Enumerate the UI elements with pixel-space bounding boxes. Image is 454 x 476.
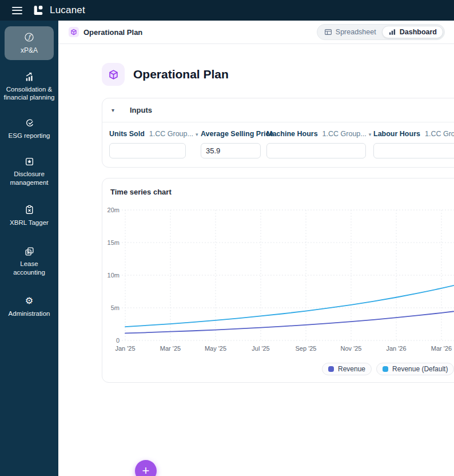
- sidebar-item-xpa[interactable]: ƒ xP&A: [5, 26, 54, 60]
- star-document-icon: [24, 156, 34, 166]
- x-tick-label: May '25: [205, 345, 226, 352]
- sidebar-item-label: Lease accounting: [3, 260, 55, 276]
- app-name: Lucanet: [50, 5, 85, 16]
- dashboard-toggle[interactable]: Dashboard: [382, 26, 443, 38]
- sidebar-item-consolidation[interactable]: Consolidation & financial planning: [2, 68, 56, 105]
- y-tick-label: 15m: [107, 239, 120, 246]
- spreadsheet-icon: [324, 28, 332, 36]
- bar-chart-arrow-icon: [24, 72, 34, 82]
- field-units-sold: Units Sold 1.CC Group...▾: [109, 130, 186, 158]
- x-tick-label: Mar '25: [160, 345, 181, 352]
- revenue-swatch: [328, 366, 334, 372]
- cube-icon: [69, 27, 79, 37]
- chevron-down-icon: ▾: [369, 132, 372, 137]
- field-labour-hours: Labour Hours 1.CC Group.: [373, 130, 454, 158]
- group-selector-dropdown[interactable]: 1.CC Group...▾: [322, 130, 372, 138]
- revenue-default-swatch: [383, 366, 388, 372]
- breadcrumb-bar: Operational Plan Spreadsheet Dashboard: [58, 21, 454, 44]
- spreadsheet-toggle[interactable]: Spreadsheet: [318, 26, 382, 38]
- series-line-1: [125, 283, 454, 327]
- chart-title: Time series chart: [102, 178, 454, 196]
- function-icon: ƒ: [24, 32, 34, 42]
- x-tick-label: Jan '25: [115, 345, 135, 352]
- group-selector-dropdown[interactable]: 1.CC Group.: [425, 130, 454, 138]
- gear-icon: ⚙: [24, 296, 34, 306]
- collapse-caret-icon[interactable]: ▾: [111, 107, 120, 113]
- series-line-0: [125, 310, 454, 333]
- inputs-panel-title: Inputs: [130, 106, 152, 114]
- field-machine-hours: Machine Hours 1.CC Group...▾: [266, 130, 366, 158]
- sidebar-item-label: ESG reporting: [9, 132, 50, 140]
- lease-calendar-icon: [24, 246, 34, 256]
- toggle-label: Dashboard: [400, 28, 437, 36]
- sidebar-item-administration[interactable]: ⚙ Administration: [2, 292, 56, 321]
- x-tick-label: Nov '25: [341, 345, 362, 352]
- toggle-label: Spreadsheet: [336, 28, 376, 36]
- y-tick-label: 20m: [107, 207, 120, 213]
- page-content: Operational Plan ▾ Inputs Units Sold 1.C…: [58, 63, 454, 383]
- field-label: Average Selling Price: [201, 130, 273, 138]
- time-series-chart: 05m10m15m20mJan '25Mar '25May '25Jul '25…: [102, 199, 454, 359]
- chart-panel: Time series chart 05m10m15m20mJan '25Mar…: [102, 178, 454, 383]
- units-sold-input[interactable]: [109, 143, 186, 158]
- group-selector-dropdown[interactable]: 1.CC Group...▾: [149, 130, 198, 138]
- add-button[interactable]: +: [135, 460, 157, 476]
- page-title: Operational Plan: [133, 68, 229, 81]
- x-tick-label: Jan '26: [386, 345, 406, 352]
- inputs-panel: ▾ Inputs Units Sold 1.CC Group...▾ Avera…: [102, 98, 454, 168]
- x-tick-label: Jul '25: [252, 345, 269, 352]
- sidebar-item-label: Administration: [9, 310, 50, 318]
- page-header: Operational Plan: [102, 63, 454, 86]
- field-label: Machine Hours: [266, 130, 318, 138]
- field-label: Labour Hours: [373, 130, 420, 138]
- legend-label: Revenue (Default): [392, 365, 448, 373]
- x-tick-label: Mar '26: [431, 345, 452, 352]
- legend-item-revenue-default[interactable]: Revenue (Default): [376, 363, 454, 375]
- chart-legend: Revenue Revenue (Default): [322, 363, 454, 375]
- sidebar-item-xbrl[interactable]: XBRL Tagger: [2, 201, 56, 230]
- legend-label: Revenue: [338, 365, 365, 373]
- sidebar-item-label: xP&A: [21, 46, 38, 55]
- inputs-panel-header: ▾ Inputs: [102, 98, 454, 122]
- machine-hours-input[interactable]: [266, 143, 366, 158]
- hamburger-menu-icon[interactable]: [12, 7, 22, 14]
- top-bar: Lucanet: [0, 0, 454, 21]
- y-tick-label: 10m: [107, 272, 120, 279]
- sidebar-item-esg[interactable]: ESG reporting: [2, 114, 56, 143]
- breadcrumb-label: Operational Plan: [83, 28, 142, 37]
- sidebar-item-lease[interactable]: Lease accounting: [2, 243, 56, 280]
- x-tick-label: Sep '25: [296, 345, 317, 352]
- lucanet-logo-icon: [32, 4, 45, 17]
- labour-hours-input[interactable]: [373, 143, 454, 158]
- svg-text:ƒ: ƒ: [27, 34, 32, 40]
- dashboard-icon: [388, 28, 396, 36]
- sidebar-item-label: Disclosure management: [3, 170, 55, 187]
- average-selling-price-input[interactable]: [201, 143, 261, 158]
- sidebar: ƒ xP&A Consolidation & financial plannin…: [0, 21, 58, 476]
- inputs-fields-row: Units Sold 1.CC Group...▾ Average Sellin…: [102, 122, 454, 167]
- field-average-selling-price: Average Selling Price: [201, 130, 261, 158]
- sidebar-item-label: XBRL Tagger: [10, 219, 49, 227]
- sidebar-item-label: Consolidation & financial planning: [3, 85, 55, 102]
- field-label: Units Sold: [109, 130, 145, 138]
- cube-icon: [102, 63, 125, 86]
- y-tick-label: 0: [116, 337, 120, 344]
- main-area: Operational Plan Spreadsheet Dashboard: [58, 21, 454, 476]
- clipboard-x-icon: [24, 205, 34, 215]
- legend-item-revenue[interactable]: Revenue: [322, 363, 372, 375]
- breadcrumb[interactable]: Operational Plan: [69, 27, 142, 37]
- y-tick-label: 5m: [111, 304, 120, 311]
- esg-signature-icon: [24, 118, 34, 128]
- view-toggle: Spreadsheet Dashboard: [317, 24, 445, 40]
- chevron-down-icon: ▾: [196, 132, 198, 137]
- sidebar-item-disclosure[interactable]: Disclosure management: [2, 153, 56, 190]
